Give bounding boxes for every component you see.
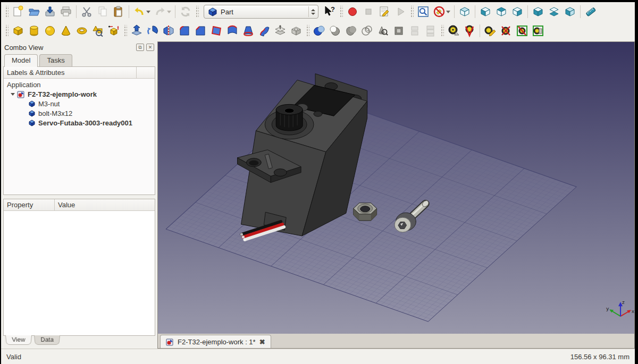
measure-linear-icon[interactable] xyxy=(446,23,461,39)
part-primitives-icon[interactable] xyxy=(90,23,106,39)
toolbar-handle[interactable] xyxy=(5,25,9,37)
panel-close-icon[interactable]: ✕ xyxy=(146,44,154,51)
copy-icon[interactable] xyxy=(95,4,111,20)
part-revolve-icon[interactable] xyxy=(145,23,161,39)
new-document-icon[interactable] xyxy=(10,4,26,20)
refresh-icon[interactable] xyxy=(178,4,194,20)
property-table-body[interactable] xyxy=(4,211,155,335)
macro-edit-icon[interactable] xyxy=(376,4,392,20)
axis-y-label: y xyxy=(606,306,609,311)
workbench-selected-label: Part xyxy=(218,8,308,16)
save-document-icon[interactable] xyxy=(42,4,58,20)
cut-icon[interactable] xyxy=(79,4,95,20)
part-cylinder-icon[interactable] xyxy=(26,23,42,39)
toolbar-handle[interactable] xyxy=(195,6,199,18)
part-make-face-icon[interactable] xyxy=(208,23,224,39)
measure-refresh-icon[interactable] xyxy=(482,23,498,39)
property-column-header[interactable]: Property xyxy=(4,199,55,210)
undo-dropdown-icon[interactable] xyxy=(146,11,150,13)
part-cut-icon[interactable] xyxy=(327,23,343,39)
tab-tasks[interactable]: Tasks xyxy=(39,54,72,66)
toolbar-handle[interactable] xyxy=(440,25,444,37)
view-axonometric-icon[interactable] xyxy=(457,4,473,20)
view-left-icon[interactable] xyxy=(562,4,578,20)
part-offset-icon[interactable] xyxy=(272,23,288,39)
zoom-fit-all-icon[interactable] xyxy=(415,4,431,20)
part-shape-builder-icon[interactable] xyxy=(106,23,122,39)
paste-icon[interactable] xyxy=(111,4,127,20)
measure-angular-icon[interactable] xyxy=(461,23,477,39)
toolbar-standard: Part ? xyxy=(1,2,635,21)
print-icon[interactable] xyxy=(58,4,74,20)
3d-scene[interactable]: z x y xyxy=(158,42,634,334)
tab-data[interactable]: Data xyxy=(34,335,60,345)
tab-model[interactable]: Model xyxy=(4,54,38,67)
value-column-header[interactable]: Value xyxy=(55,199,155,210)
part-boolean-icon[interactable] xyxy=(311,23,327,39)
part-loft-icon[interactable] xyxy=(240,23,256,39)
part-cube-icon xyxy=(28,119,36,126)
expander-icon[interactable] xyxy=(10,91,15,97)
macro-record-icon[interactable] xyxy=(345,4,360,20)
part-extrude-icon[interactable] xyxy=(129,23,145,39)
tree-item-servo[interactable]: Servo-Futaba-3003-ready001 xyxy=(4,118,155,128)
tab-view[interactable]: View xyxy=(5,335,32,345)
macro-stop-icon[interactable] xyxy=(360,4,376,20)
toolbar-handle[interactable] xyxy=(5,6,9,18)
measure-toggle-all-icon[interactable] xyxy=(498,23,514,39)
measure-toggle-deltas-icon[interactable] xyxy=(530,23,546,39)
measure-toggle-3d-icon[interactable] xyxy=(514,23,530,39)
part-ruled-surface-icon[interactable] xyxy=(224,23,240,39)
undo-icon[interactable] xyxy=(131,4,147,20)
view-bottom-icon[interactable] xyxy=(546,4,562,20)
view-rear-icon[interactable] xyxy=(530,4,546,20)
part-torus-icon[interactable] xyxy=(74,23,90,39)
redo-dropdown-icon[interactable] xyxy=(167,11,171,13)
status-dimensions: 156.56 x 96.31 mm xyxy=(570,353,629,361)
part-union-icon[interactable] xyxy=(343,23,359,39)
tree-item-m3-nut[interactable]: M3-nut xyxy=(4,99,155,108)
toolbar-handle[interactable] xyxy=(306,25,309,37)
part-defeaturing-icon[interactable] xyxy=(391,23,407,39)
draw-style-dropdown-icon[interactable] xyxy=(446,11,450,13)
document-tab[interactable]: F2-T32-ejemplo-work : 1* ✖ xyxy=(160,335,271,348)
open-document-icon[interactable] xyxy=(26,4,42,20)
measure-icon[interactable] xyxy=(583,4,599,20)
draw-style-icon[interactable] xyxy=(431,4,447,20)
part-chamfer-icon[interactable] xyxy=(192,23,208,39)
part-thickness-icon[interactable] xyxy=(288,23,304,39)
part-cube-icon xyxy=(28,109,36,117)
tree-item-bolt-m3x12[interactable]: bolt-M3x12 xyxy=(4,108,155,118)
part-fillet-icon[interactable] xyxy=(177,23,192,39)
toolbar-handle[interactable] xyxy=(410,6,414,18)
whats-this-icon[interactable]: ? xyxy=(322,4,338,20)
view-right-icon[interactable] xyxy=(509,4,525,20)
workbench-spinner[interactable] xyxy=(308,6,317,17)
document-tab-close-icon[interactable]: ✖ xyxy=(259,338,265,346)
part-compound-icon[interactable] xyxy=(407,23,423,39)
m3-nut-model[interactable] xyxy=(354,203,377,221)
part-sphere-icon[interactable] xyxy=(42,23,58,39)
tree-column-header[interactable]: Labels & Attributes xyxy=(4,67,137,78)
part-sweep-icon[interactable] xyxy=(256,23,272,39)
part-cube-icon xyxy=(28,100,36,107)
panel-splitter[interactable] xyxy=(2,195,156,199)
redo-icon[interactable] xyxy=(152,4,168,20)
view-top-icon[interactable] xyxy=(493,4,509,20)
macro-play-icon[interactable] xyxy=(392,4,408,20)
part-box-icon[interactable] xyxy=(10,23,26,39)
3d-viewport[interactable]: z x y xyxy=(157,41,635,334)
part-check-geometry-icon[interactable] xyxy=(375,23,391,39)
part-cone-icon[interactable] xyxy=(58,23,74,39)
toolbar-handle[interactable] xyxy=(339,6,343,18)
view-front-icon[interactable] xyxy=(477,4,493,20)
part-mirror-icon[interactable] xyxy=(161,23,177,39)
tree-item-document[interactable]: F2-T32-ejemplo-work xyxy=(4,89,155,99)
toolbar-handle[interactable] xyxy=(123,25,127,37)
panel-float-icon[interactable]: ⧉ xyxy=(136,44,144,51)
tree-root-application[interactable]: Application xyxy=(4,80,155,89)
status-message: Valid xyxy=(6,353,21,361)
part-intersection-icon[interactable] xyxy=(359,23,375,39)
workbench-selector[interactable]: Part xyxy=(204,5,318,19)
part-compound-filter-icon[interactable] xyxy=(423,23,439,39)
